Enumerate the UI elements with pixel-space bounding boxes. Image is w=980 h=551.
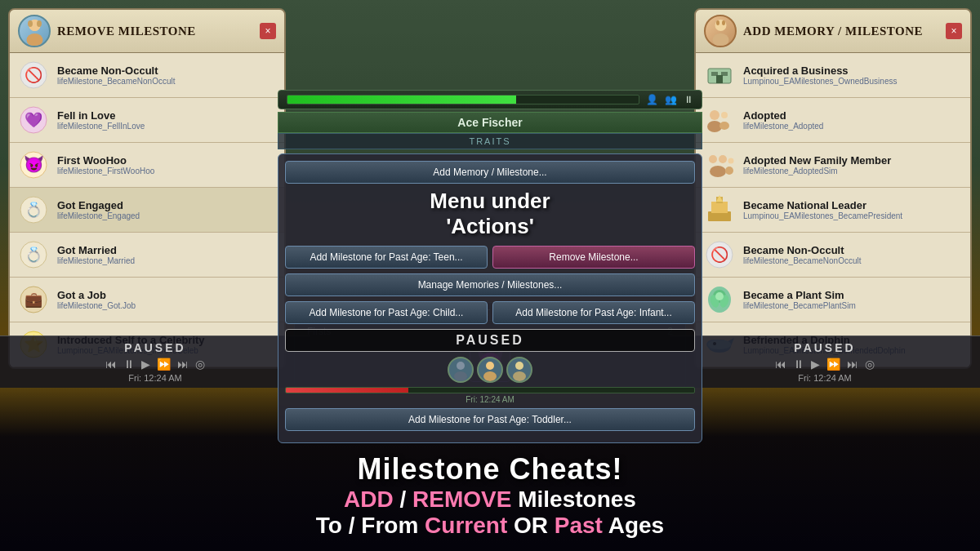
pause-button-right[interactable]: ⏸ [793,358,804,371]
adopted-icon [704,104,735,136]
fast-forward-button-right[interactable]: ⏩ [826,358,840,371]
milestone-item-text: Became Non-Occult lifeMilestone_BecameNo… [57,64,276,86]
add-label: ADD [344,487,394,512]
rewind-button-left[interactable]: ⏮ [105,358,117,371]
subtitle-to-from: To / From Current OR Past Ages [316,513,664,539]
sim-thumbnails-row [285,357,695,383]
to-from-label: To / From [316,513,425,538]
svg-text:😈: 😈 [24,154,44,174]
milestone-item-got-job[interactable]: 💼 Got a Job lifeMilestone_Got.Job [10,278,284,322]
fastest-button-right[interactable]: ⏭ [847,358,858,371]
right-milestone-list: Acquired a Business Lumpinou_EAMilestone… [696,53,970,367]
sim-icon-3: ⏸ [684,94,693,105]
svg-point-32 [719,155,727,163]
right-panel-title: Add Memory / Milestone [743,24,923,38]
add-memory-button[interactable]: Add Memory / Milestone... [285,161,695,184]
svg-point-21 [716,20,719,25]
fell-in-love-icon: 💜 [18,104,49,136]
remove-milestone-button[interactable]: Remove Milestone... [492,246,695,269]
add-milestone-child-button[interactable]: Add Milestone for Past Age: Child... [285,301,488,324]
add-milestone-teen-button[interactable]: Add Milestone for Past Age: Teen... [285,246,488,269]
milestone-item-text: Fell in Love lifeMilestone_FellInLove [57,109,276,131]
playback-controls-left: ⏮ ⏸ ▶ ⏩ ⏭ ◎ [12,358,298,371]
svg-point-3 [28,20,33,27]
game-controls-bar-right: Paused ⏮ ⏸ ▶ ⏩ ⏭ ◎ Fri: 12:24 AM [670,335,980,388]
milestone-item-text: Became Non-Occult lifeMilestone_BecameNo… [743,244,962,265]
right-panel-header: Add Memory / Milestone × [696,10,970,53]
milestone-item-text: Got Married lifeMilestone_Married [57,244,276,265]
svg-point-46 [715,292,724,300]
svg-point-34 [710,166,726,177]
milestone-item-adopted[interactable]: Adopted lifeMilestone_Adopted [696,98,970,143]
svg-point-20 [712,33,728,46]
svg-point-31 [709,155,717,163]
got-engaged-icon: 💍 [18,194,49,225]
milestone-item-got-married[interactable]: 💍 Got Married lifeMilestone_Married [10,233,284,278]
svg-rect-26 [716,75,723,83]
milestone-item-got-engaged[interactable]: 💍 Got Engaged lifeMilestone_Engaged [10,188,284,233]
right-panel-close-button[interactable]: × [946,23,962,39]
milestone-item-text: Got Engaged lifeMilestone_Engaged [57,199,276,220]
main-title: Milestone Cheats! [357,452,622,487]
menu-row-child-infant: Add Milestone for Past Age: Child... Add… [285,301,695,324]
milestone-item-fell-in-love[interactable]: 💜 Fell in Love lifeMilestone_FellInLove [10,98,284,143]
milestone-item-text: Became a Plant Sim lifeMilestone_BecameP… [743,289,962,310]
fastest-button-left[interactable]: ⏭ [177,358,189,371]
play-button-right[interactable]: ▶ [811,358,820,371]
rewind-button-right[interactable]: ⏮ [775,358,786,371]
time-label-left: Fri: 12:24 AM [12,373,298,383]
milestone-item-text: Adopted lifeMilestone_Adopted [743,109,962,131]
milestone-item-acquired-business[interactable]: Acquired a Business Lumpinou_EAMilestone… [696,53,970,98]
svg-point-35 [725,167,733,175]
add-milestone-toddler-button[interactable]: Add Milestone for Past Age: Toddler... [285,408,695,431]
milestone-item-non-occult-right[interactable]: 🚫 Became Non-Occult lifeMilestone_Became… [696,233,970,278]
add-milestone-infant-button[interactable]: Add Milestone for Past Age: Infant... [492,301,695,324]
svg-point-53 [454,371,467,381]
plant-sim-icon [704,284,735,315]
left-milestone-list: 🚫 Became Non-Occult lifeMilestone_Became… [10,53,284,367]
svg-point-28 [721,112,728,118]
playback-controls-right: ⏮ ⏸ ▶ ⏩ ⏭ ◎ [682,358,968,371]
svg-point-55 [483,371,497,381]
svg-text:🚫: 🚫 [24,66,43,84]
remove-label: REMOVE [412,487,511,512]
sim-thumb-2 [477,357,503,383]
svg-point-56 [515,362,523,370]
menu-row-teen-remove: Add Milestone for Past Age: Teen... Remo… [285,246,695,269]
play-button-left[interactable]: ▶ [141,358,150,371]
milestones-label: Milestones [518,487,636,512]
settings-button-left[interactable]: ◎ [195,358,205,371]
acquired-business-icon [704,60,735,91]
non-occult-right-icon: 🚫 [704,239,735,270]
sim-thumb-1 [448,357,474,383]
menu-title: Menu under 'Actions' [285,189,695,239]
got-job-icon: 💼 [18,284,49,315]
svg-text:💍: 💍 [24,246,43,264]
milestone-item-adopted-new-family[interactable]: Adopted New Family Member lifeMilestone_… [696,143,970,188]
svg-point-57 [513,371,526,381]
sim-name-display: Ace Fischer [278,112,702,133]
time-label-right: Fri: 12:24 AM [682,373,968,383]
manage-memories-button[interactable]: Manage Memories / Milestones... [285,273,695,296]
svg-text:💼: 💼 [24,291,43,309]
subtitle-add-remove: ADD / REMOVE Milestones [344,487,636,513]
pause-button-left[interactable]: ⏸ [123,358,135,371]
left-panel-close-button[interactable]: × [260,23,276,39]
settings-button-right[interactable]: ◎ [865,358,875,371]
center-menu-overlay: 👤 👥 ⏸ Ace Fischer Traits Add Memory / Mi… [278,90,702,443]
svg-point-30 [719,122,729,130]
paused-label-center: Paused [285,329,695,352]
svg-point-1 [26,33,42,46]
sim-icon-1: 👤 [646,94,658,105]
milestone-item-national-leader[interactable]: Became National Leader Lumpinou_EAMilest… [696,188,970,233]
right-panel-avatar [704,15,737,47]
add-memory-milestone-panel: Add Memory / Milestone × Acquired a Busi… [694,8,972,369]
svg-text:🚫: 🚫 [710,246,729,264]
milestone-item-became-non-occult[interactable]: 🚫 Became Non-Occult lifeMilestone_Became… [10,53,284,98]
svg-text:💍: 💍 [24,201,43,219]
non-occult-icon: 🚫 [18,60,49,91]
fast-forward-button-left[interactable]: ⏩ [157,358,171,371]
menu-row-toddler: Add Milestone for Past Age: Toddler... [285,408,695,431]
milestone-item-plant-sim[interactable]: Became a Plant Sim lifeMilestone_BecameP… [696,278,970,322]
milestone-item-first-woohoo[interactable]: 😈 First WooHoo lifeMilestone_FirstWooHoo [10,143,284,188]
